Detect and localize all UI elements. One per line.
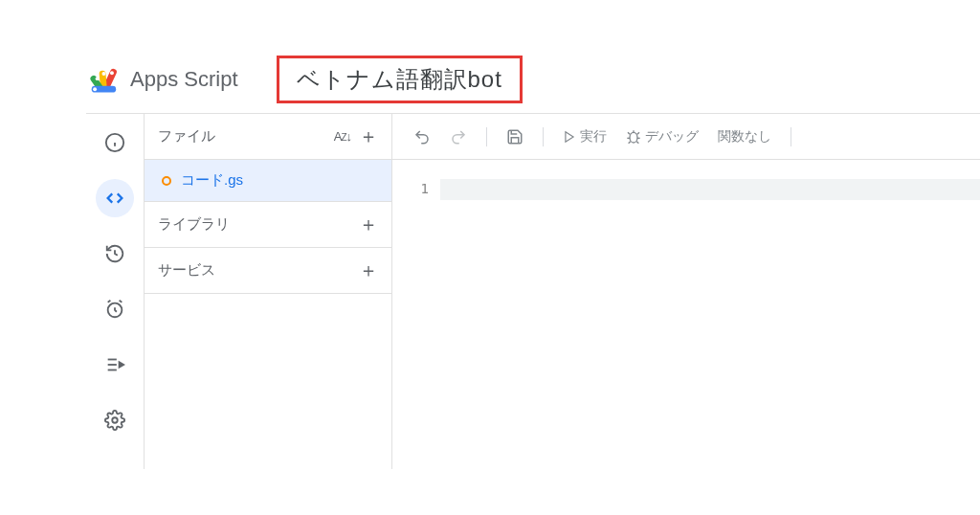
app-name: Apps Script — [130, 67, 238, 92]
separator — [486, 127, 487, 146]
run-label: 実行 — [580, 128, 607, 146]
services-label: サービス — [158, 261, 215, 280]
add-service-button[interactable]: ＋ — [359, 258, 378, 283]
separator — [791, 127, 791, 146]
current-line-highlight — [440, 179, 980, 200]
svg-marker-17 — [120, 362, 124, 368]
nav-triggers-history[interactable] — [96, 235, 134, 273]
nav-settings[interactable] — [96, 401, 134, 439]
svg-point-18 — [112, 417, 118, 423]
svg-point-7 — [110, 71, 114, 75]
main-area: ファイル AZ↓ ＋ コード.gs ライブラリ ＋ サービス ＋ — [86, 113, 980, 469]
files-label: ファイル — [158, 127, 215, 146]
code-body[interactable] — [440, 160, 980, 469]
svg-line-23 — [637, 132, 639, 134]
svg-line-22 — [628, 132, 630, 134]
svg-point-6 — [101, 72, 105, 76]
code-area[interactable]: 1 — [392, 160, 980, 469]
editor-toolbar: 実行 デバッグ 関数なし — [392, 114, 980, 160]
svg-line-27 — [636, 141, 638, 143]
nav-overview[interactable] — [96, 123, 134, 162]
nav-executions[interactable] — [96, 346, 134, 384]
svg-marker-19 — [566, 131, 573, 142]
debug-label: デバッグ — [645, 128, 699, 146]
run-button[interactable]: 実行 — [557, 124, 612, 149]
save-button[interactable] — [501, 124, 529, 149]
libraries-label: ライブラリ — [158, 215, 230, 234]
unsaved-dot-icon — [162, 176, 171, 186]
nav-editor[interactable] — [96, 179, 134, 217]
svg-point-20 — [630, 132, 637, 143]
svg-point-4 — [93, 87, 97, 91]
nav-alarm[interactable] — [96, 290, 134, 328]
line-number: 1 — [392, 181, 429, 196]
app-logo: Apps Script — [90, 63, 238, 96]
services-header: サービス ＋ — [145, 248, 391, 294]
add-file-button[interactable]: ＋ — [359, 123, 378, 149]
file-sidebar: ファイル AZ↓ ＋ コード.gs ライブラリ ＋ サービス ＋ — [144, 114, 392, 469]
nav-rail — [86, 114, 144, 469]
line-gutter: 1 — [392, 160, 440, 469]
svg-line-26 — [629, 141, 631, 143]
file-name: コード.gs — [181, 171, 243, 190]
redo-button[interactable] — [444, 124, 473, 149]
editor-panel: 実行 デバッグ 関数なし 1 — [392, 114, 980, 469]
file-item-code[interactable]: コード.gs — [145, 160, 391, 202]
apps-script-logo-icon — [90, 63, 122, 96]
svg-line-12 — [108, 301, 111, 302]
svg-point-5 — [96, 77, 100, 80]
undo-button[interactable] — [408, 124, 436, 149]
function-select-label: 関数なし — [718, 128, 771, 146]
libraries-header: ライブラリ ＋ — [145, 202, 391, 248]
svg-line-13 — [120, 301, 122, 302]
sort-az-icon[interactable]: AZ↓ — [334, 129, 351, 144]
project-title[interactable]: ベトナム語翻訳bot — [277, 56, 523, 103]
separator — [543, 127, 544, 146]
function-select[interactable]: 関数なし — [712, 124, 777, 149]
add-library-button[interactable]: ＋ — [359, 212, 378, 237]
files-header: ファイル AZ↓ ＋ — [145, 114, 391, 160]
debug-button[interactable]: デバッグ — [620, 124, 704, 149]
header: Apps Script ベトナム語翻訳bot — [86, 46, 980, 113]
